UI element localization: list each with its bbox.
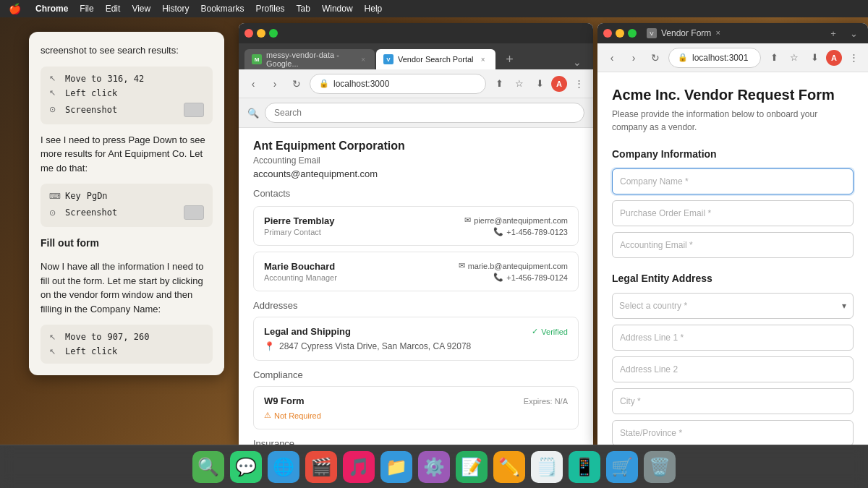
menu-chrome[interactable]: Chrome [35,4,68,14]
contacts-header: Contacts [253,188,579,199]
accounting-email-input[interactable] [612,232,854,258]
back-button-2[interactable]: ‹ [603,49,621,67]
minimize-button-2[interactable] [616,29,624,38]
tab-spreadsheet[interactable]: M messy-vendor-data - Google... × [244,49,375,69]
form-subtitle: Please provide the information below to … [612,108,854,134]
tab-close-2[interactable]: × [478,54,488,64]
dock-appstore[interactable]: 🛒 [606,451,638,483]
back-button-1[interactable]: ‹ [244,75,262,93]
address-line1-input[interactable] [612,325,854,351]
minimize-button-1[interactable] [257,29,265,38]
new-tab-button-1[interactable]: + [500,49,520,69]
command-block-3: ↖ Move to 907, 260 ↖ Left click [41,325,213,364]
dock-pencil[interactable]: ✏️ [493,451,525,483]
email-icon-0: ✉ [464,215,471,225]
compliance-section-title: Compliance [253,369,579,380]
contact-name-0: Pierre Tremblay [264,215,335,226]
click-icon-1: ↖ [49,88,59,98]
warning-icon: ⚠ [264,411,271,420]
state-input[interactable] [612,420,854,445]
new-tab-btn-2[interactable]: + [825,25,842,42]
city-input[interactable] [612,388,854,414]
address-line-text: 2847 Cypress Vista Drive, San Marcos, CA… [279,341,471,351]
tab-close-1[interactable]: × [359,54,367,64]
address-input-1[interactable]: 🔒 localhost:3000 [310,74,486,94]
menu-profiles[interactable]: Profiles [256,4,285,14]
contact-role-0: Primary Contact [264,228,335,236]
menu-tab[interactable]: Tab [297,4,310,14]
tab-menu-btn-2[interactable]: ⌄ [845,25,862,42]
download-icon-2[interactable]: ⬇ [806,49,823,67]
menu-dots-2[interactable]: ⋮ [845,49,862,67]
menu-edit[interactable]: Edit [106,4,121,14]
ai-assistant-panel: screenshot to see search results: ↖ Move… [29,32,224,375]
address-bar-2: ‹ › ↻ 🔒 localhost:3001 ⬆ ☆ ⬇ A ⋮ [597,43,868,72]
reload-button-2[interactable]: ↻ [647,49,664,67]
share-icon-1[interactable]: ⬆ [490,75,508,93]
share-icon-2[interactable]: ⬆ [765,49,783,67]
forward-button-1[interactable]: › [266,75,284,93]
menu-dots-1[interactable]: ⋮ [570,75,587,93]
fullscreen-button-1[interactable] [269,29,278,38]
search-input-portal[interactable] [265,103,584,123]
browser-content-2: Acme Inc. Vendor Request Form Please pro… [597,72,868,445]
fullscreen-button-2[interactable] [628,29,637,38]
tab-menu-button-1[interactable]: ⌄ [573,55,587,69]
dock-phone[interactable]: 📱 [569,451,600,483]
dock-notepad[interactable]: 🗒️ [531,451,563,483]
company-name-input[interactable] [612,168,854,194]
address-card-0: Legal and Shipping ✓ Verified 📍 2847 Cyp… [253,317,579,361]
dock: 🔍 💬 🌐 🎬 🎵 📁 ⚙️ 📝 ✏️ 🗒️ 📱 🛒 🗑️ [0,445,868,488]
verified-text: Verified [541,328,568,336]
dock-files[interactable]: 📁 [380,451,412,483]
dock-music[interactable]: 🎵 [343,451,375,483]
tab-vendor-portal[interactable]: V Vendor Search Portal × [376,49,495,69]
screenshot-thumb-1 [184,103,204,117]
menu-view[interactable]: View [132,4,150,14]
forward-button-2[interactable]: › [625,49,642,67]
country-select[interactable]: United States Canada United Kingdom [612,293,854,319]
dock-settings[interactable]: ⚙️ [418,451,450,483]
address-bar-1: ‹ › ↻ 🔒 localhost:3000 ⬆ ☆ ⬇ A ⋮ [239,69,593,98]
menu-window[interactable]: Window [322,4,353,14]
contact-phone-text-1: +1-456-789-0124 [506,273,568,282]
menu-help[interactable]: Help [365,4,383,14]
dock-trash[interactable]: 🗑️ [644,451,676,483]
star-icon-2[interactable]: ☆ [786,49,803,67]
check-icon: ✓ [532,327,538,336]
command-move-1: ↖ Move to 316, 42 [49,74,204,84]
apple-menu[interactable]: 🍎 [9,3,21,14]
dock-chrome[interactable]: 🌐 [268,451,299,483]
dock-messages[interactable]: 💬 [230,451,262,483]
browser-content-1: Ant Equipment Corporation Accounting Ema… [239,128,593,445]
download-icon-1[interactable]: ⬇ [531,75,548,93]
reload-button-1[interactable]: ↻ [288,75,305,93]
close-button-1[interactable] [244,29,253,38]
address-input-2[interactable]: 🔒 localhost:3001 [668,48,761,68]
phone-icon-0: 📞 [493,227,503,236]
browser-window-1: M messy-vendor-data - Google... × V Vend… [239,23,593,445]
address-line2-input[interactable] [612,356,854,382]
address-type: Legal and Shipping [264,326,351,337]
accounting-email-label: Accounting Email [253,155,579,166]
dock-notes[interactable]: 📝 [456,451,488,483]
dock-finder[interactable]: 🔍 [192,451,224,483]
phone-icon-1: 📞 [493,273,503,282]
contact-role-1: Accounting Manager [264,273,337,282]
contact-phone-text-0: +1-456-789-0123 [506,228,568,236]
menu-history[interactable]: History [162,4,189,14]
menu-bookmarks[interactable]: Bookmarks [201,4,244,14]
profile-avatar-2[interactable]: A [826,50,842,66]
menu-file[interactable]: File [80,4,93,14]
vendor-form-tab-close[interactable]: × [715,28,726,38]
browser-window-2: V Vendor Form × + ⌄ ‹ › ↻ 🔒 localhost:30… [597,23,868,445]
profile-avatar-1[interactable]: A [551,76,567,92]
dock-facetime[interactable]: 🎬 [305,451,337,483]
cursor-icon-2: ↖ [49,333,59,342]
vendor-form-favicon: V [647,28,657,38]
star-icon-1[interactable]: ☆ [511,75,528,93]
company-name-display: Ant Equipment Corporation [253,128,579,155]
po-email-input[interactable] [612,200,854,226]
search-bar-portal: 🔍 [239,98,593,128]
close-button-2[interactable] [603,29,612,38]
